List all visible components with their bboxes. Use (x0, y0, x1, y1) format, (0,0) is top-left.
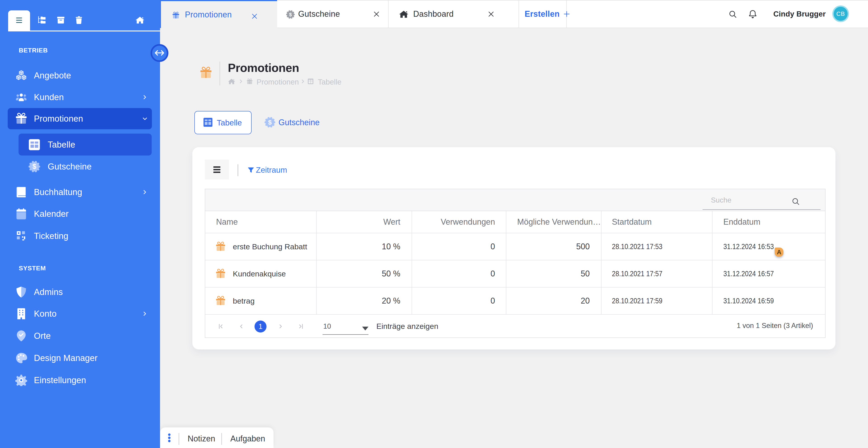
svg-text:$: $ (33, 162, 36, 170)
svg-text:$: $ (268, 119, 272, 126)
svg-text:$: $ (289, 12, 292, 18)
